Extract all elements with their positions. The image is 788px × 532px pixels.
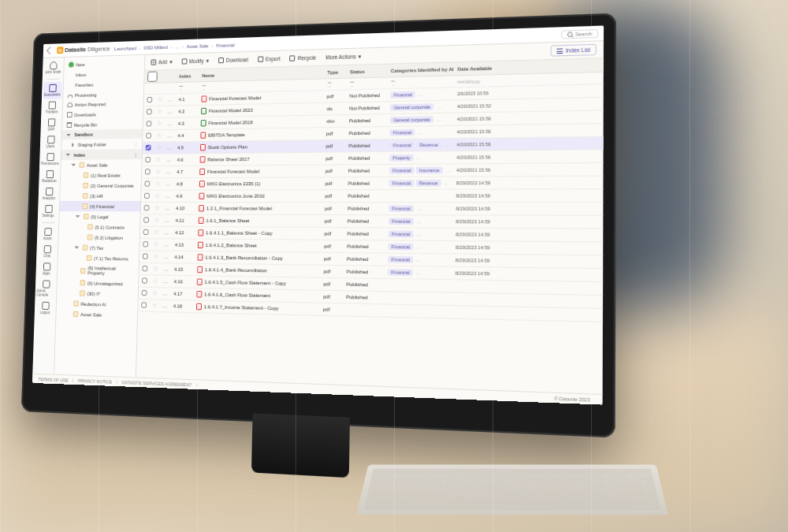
row-menu-icon[interactable]: ⋯ <box>165 229 176 235</box>
sidebar-item-staging[interactable]: Staging Folder⋮ <box>61 139 142 150</box>
favorite-icon[interactable]: ☆ <box>152 303 158 309</box>
rail-item-analytics[interactable]: Analytics <box>39 185 59 203</box>
rail-item-assist[interactable]: Assist <box>38 225 58 243</box>
row-checkbox[interactable] <box>145 169 151 174</box>
row-checkbox[interactable] <box>145 157 151 162</box>
row-name[interactable]: MXG Electronics June 2016 <box>199 192 325 199</box>
row-name[interactable]: Stock Options Plan <box>200 143 326 151</box>
date-filter-input[interactable]: mm/dd/yyyy <box>457 78 500 84</box>
row-menu-icon[interactable]: ⋯ <box>166 157 177 162</box>
rail-item-logout[interactable]: Logout <box>35 299 55 318</box>
rail-item-chat[interactable]: Chat <box>37 243 57 260</box>
row-checkbox[interactable] <box>146 145 151 151</box>
favorite-icon[interactable]: ☆ <box>152 278 158 285</box>
row-name[interactable]: Financial Model 2018 <box>201 118 327 127</box>
row-menu-icon[interactable]: ⋯ <box>163 278 174 284</box>
row-menu-icon[interactable]: ⋯ <box>168 109 179 114</box>
tree-item[interactable]: (7.1) Tax Returns <box>58 252 139 263</box>
rail-item-admin-console[interactable]: Admin Console <box>36 277 56 299</box>
tree-item[interactable]: (5) Legal <box>59 211 140 221</box>
download-button[interactable]: Download <box>218 57 248 63</box>
favorite-icon[interactable]: ☆ <box>154 229 160 236</box>
row-name[interactable]: Financial Forecast Model <box>199 168 325 175</box>
row-name[interactable]: 1.6.1_Balance Sheet <box>199 218 325 225</box>
more-actions-button[interactable]: More Actions ▾ <box>325 53 362 61</box>
row-menu-icon[interactable]: ⋯ <box>165 181 177 187</box>
modify-button[interactable]: Modify ▾ <box>181 58 209 65</box>
row-name[interactable]: 1.6.4.1.3_Bank Reconciliation - Copy <box>198 254 325 262</box>
rail-item-apps[interactable]: Apps <box>37 260 57 278</box>
rail-item-redaction[interactable]: Redaction <box>40 168 60 185</box>
row-name[interactable]: 1.6.4.1.4_Bank Reconciliation <box>197 266 324 275</box>
tree-item[interactable]: (5.2) Litigation <box>58 232 139 243</box>
recycle-button[interactable]: Recycle <box>290 54 317 61</box>
more-icon[interactable]: ⋮ <box>134 141 138 147</box>
col-type[interactable]: Type <box>327 69 350 75</box>
rail-item-documents[interactable]: Documents <box>43 82 61 99</box>
tree-item[interactable]: (1) Real Estate <box>61 169 141 180</box>
row-menu-icon[interactable]: ⋯ <box>162 303 173 309</box>
favorite-icon[interactable]: ☆ <box>157 121 163 127</box>
row-name[interactable]: 1.6.4.1.1_Balance Sheet - Copy <box>198 229 324 236</box>
row-menu-icon[interactable]: ⋯ <box>165 218 176 223</box>
row-checkbox[interactable] <box>143 217 149 222</box>
footer-link[interactable]: PRIVACY NOTICE <box>78 378 117 384</box>
row-checkbox[interactable] <box>141 302 147 307</box>
search-input[interactable]: Search <box>561 29 598 39</box>
filter-icon[interactable] <box>179 85 184 90</box>
row-name[interactable]: Financial Forecast Model <box>201 93 326 102</box>
table-row[interactable]: ☆⋯4.8MXG Electronics 2235 (1)pdfPublishe… <box>141 177 603 191</box>
select-all-checkbox[interactable] <box>147 71 158 81</box>
tree-item[interactable]: (5.1) Contracts <box>59 221 140 233</box>
favorite-icon[interactable]: ☆ <box>158 97 164 103</box>
tree-item[interactable]: (2) General Corporate <box>61 180 141 191</box>
row-menu-icon[interactable]: ⋯ <box>167 133 178 139</box>
filter-icon[interactable] <box>202 85 206 90</box>
col-index[interactable]: Index <box>179 73 202 79</box>
favorite-icon[interactable]: ☆ <box>152 290 158 296</box>
row-menu-icon[interactable]: ⋯ <box>166 169 177 175</box>
rail-user[interactable]: John Smith <box>43 59 62 76</box>
tree-item[interactable]: Asset Sale <box>61 159 141 170</box>
favorite-icon[interactable]: ☆ <box>154 218 161 224</box>
footer-link[interactable]: DATASITE SERVICES AGREEMENT <box>122 379 198 387</box>
filter-icon[interactable] <box>327 82 332 87</box>
row-menu-icon[interactable]: ⋯ <box>166 145 177 151</box>
favorite-icon[interactable]: ☆ <box>154 241 160 247</box>
col-categories[interactable]: Categories Identified by AI <box>391 66 458 73</box>
row-name[interactable]: Financial Model 2022 <box>201 106 327 114</box>
favorite-icon[interactable]: ☆ <box>156 157 162 163</box>
rail-item-permissions[interactable]: Permissions <box>40 151 60 168</box>
table-row[interactable]: ☆⋯4.9MXG Electronics June 2016pdfPublish… <box>141 189 603 203</box>
export-button[interactable]: Export <box>258 56 281 62</box>
row-checkbox[interactable] <box>144 193 150 199</box>
row-name[interactable]: MXG Electronics 2235 (1) <box>199 180 325 188</box>
row-checkbox[interactable] <box>147 121 152 126</box>
footer-link[interactable]: TERMS OF USE <box>38 377 73 383</box>
add-button[interactable]: Add ▾ <box>151 58 172 65</box>
index-list-button[interactable]: Index List <box>551 44 597 57</box>
filter-icon[interactable] <box>350 81 355 86</box>
table-row[interactable]: ☆⋯4.101.2.1_Financial Forecast ModelpdfP… <box>141 203 604 216</box>
row-checkbox[interactable] <box>146 132 151 138</box>
row-menu-icon[interactable]: ⋯ <box>164 254 175 259</box>
favorite-icon[interactable]: ☆ <box>153 266 159 272</box>
row-menu-icon[interactable]: ⋯ <box>165 206 176 211</box>
more-icon[interactable]: ⋮ <box>133 151 137 157</box>
row-checkbox[interactable] <box>143 241 148 247</box>
row-name[interactable]: 1.6.4.1.5_Cash Flow Statement - Copy <box>197 279 324 288</box>
row-name[interactable]: 1.2.1_Financial Forecast Model <box>199 205 325 212</box>
rail-item-settings[interactable]: Settings <box>39 203 58 220</box>
row-name[interactable]: 1.6.4.1.2_Balance Sheet <box>198 242 325 250</box>
breadcrumb[interactable]: Launchpad› DSD Millard› ...› Asset Sale›… <box>114 43 235 51</box>
row-checkbox[interactable] <box>143 254 148 259</box>
rail-item-trackers[interactable]: Trackers <box>43 99 61 116</box>
row-menu-icon[interactable]: ⋯ <box>165 193 177 199</box>
favorite-icon[interactable]: ☆ <box>157 109 163 115</box>
favorite-icon[interactable]: ☆ <box>153 254 159 260</box>
rail-item-q&a[interactable]: Q&A <box>42 116 61 133</box>
row-menu-icon[interactable]: ⋯ <box>163 291 174 297</box>
tree-item[interactable]: Asset Sale <box>56 308 137 321</box>
favorite-icon[interactable]: ☆ <box>154 193 161 199</box>
row-name[interactable]: 1.6.4.1.6_Cash Flow Statement <box>196 291 323 299</box>
